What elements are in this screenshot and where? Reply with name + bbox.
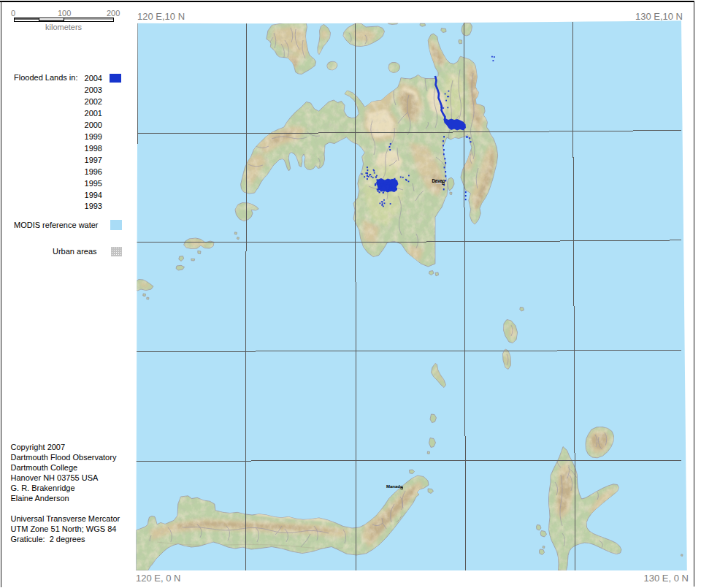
svg-text:Manado: Manado: [386, 484, 403, 489]
